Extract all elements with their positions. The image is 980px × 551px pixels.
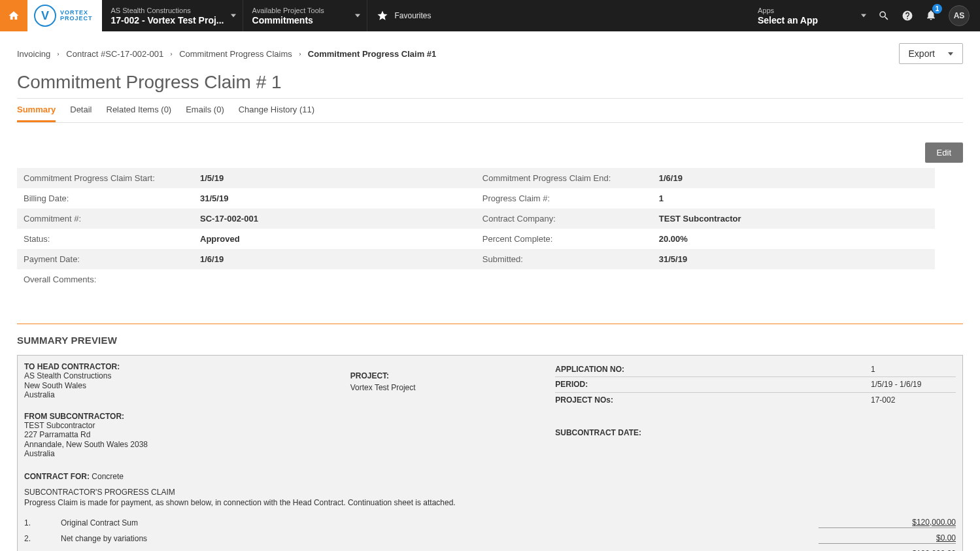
field-value: SC-17-002-001 (200, 214, 258, 224)
field-label: Submitted: (482, 254, 659, 264)
line-amount: $120,000.00 (819, 549, 956, 551)
preview-text: New South Wales (24, 381, 350, 390)
line-item: 1. Original Contract Sum $120,000.00 (24, 515, 956, 531)
export-button[interactable]: Export (899, 43, 963, 64)
preview-label: PROJECT: (350, 371, 556, 380)
home-icon (8, 10, 20, 22)
line-desc: Original Contract Sum (61, 518, 819, 527)
line-amount: $0.00 (819, 533, 956, 544)
preview-text: Annandale, New South Wales 2038 (24, 440, 350, 449)
line-amount: $120,000.00 (819, 518, 956, 528)
breadcrumb-contract[interactable]: Contract #SC-17-002-001 (66, 49, 163, 59)
line-item: 2. Net change by variations $0.00 (24, 531, 956, 546)
notification-badge: 1 (932, 4, 942, 14)
preview-text: AS Stealth Constructions (24, 371, 350, 380)
chevron-right-icon (297, 49, 303, 59)
favourites-label: Favourites (395, 11, 431, 20)
tools-dropdown-label: Available Project Tools (252, 6, 348, 15)
chevron-right-icon (56, 49, 61, 59)
preview-text: Australia (24, 390, 350, 399)
page-title: Commitment Progress Claim # 1 (17, 72, 963, 93)
field-value: 1 (659, 193, 664, 203)
field-label: Percent Complete: (482, 234, 659, 244)
home-button[interactable] (0, 0, 27, 31)
preview-value: 1/5/19 - 1/6/19 (871, 380, 956, 389)
field-label: Contract Company: (482, 214, 659, 224)
field-value: TEST Subcontractor (659, 214, 741, 224)
breadcrumb-claims[interactable]: Commitment Progress Claims (179, 49, 292, 59)
breadcrumb-invoicing[interactable]: Invoicing (17, 49, 50, 59)
breadcrumb: Invoicing Contract #SC-17-002-001 Commit… (17, 49, 436, 59)
tab-change-history[interactable]: Change History (11) (239, 99, 314, 122)
field-value: 1/6/19 (659, 173, 683, 183)
field-label: Payment Date: (24, 254, 200, 264)
breadcrumb-current: Commitment Progress Claim #1 (308, 49, 437, 59)
search-icon[interactable] (878, 10, 890, 22)
field-label: Commitment Progress Claim End: (482, 173, 659, 183)
field-label: Overall Comments: (24, 275, 200, 284)
field-value: 31/5/19 (200, 193, 228, 203)
tab-emails[interactable]: Emails (0) (186, 99, 224, 122)
avatar[interactable]: AS (949, 5, 970, 26)
preview-text: TEST Subcontractor (24, 421, 350, 430)
field-label: Progress Claim #: (482, 193, 659, 203)
preview-label: CONTRACT FOR: (24, 472, 90, 481)
preview-claim-title: SUBCONTRACTOR'S PROGRESS CLAIM (24, 488, 956, 497)
caret-down-icon (355, 14, 360, 18)
line-number: 1. (24, 518, 61, 527)
apps-dropdown-label: Apps (758, 6, 854, 15)
field-label: Commitment Progress Claim Start: (24, 173, 200, 183)
summary-grid: Commitment Progress Claim Start:1/5/19 C… (17, 168, 935, 290)
apps-dropdown[interactable]: Apps Select an App (749, 0, 873, 31)
tab-detail[interactable]: Detail (70, 99, 92, 122)
line-desc: Net change by variations (61, 534, 819, 543)
preview-a-text: Vortex Test Project (350, 383, 556, 392)
project-dropdown-value: 17-002 - Vortex Test Proj... (111, 15, 224, 25)
field-value: 1/6/19 (200, 254, 224, 264)
preview-label: PROJECT NOs: (555, 395, 871, 405)
tools-dropdown[interactable]: Available Project Tools Commitments (243, 0, 367, 31)
tools-dropdown-value: Commitments (252, 15, 348, 25)
preview-label: SUBCONTRACT DATE: (555, 428, 956, 437)
logo-block[interactable]: V VORTEX PROJECT (27, 0, 102, 31)
export-label: Export (909, 48, 935, 59)
caret-down-icon (231, 14, 236, 18)
preview-text: Australia (24, 449, 350, 458)
preview-claim-desc: Progress Claim is made for payment, as s… (24, 498, 956, 507)
project-dropdown-label: AS Stealth Constructions (111, 6, 224, 15)
apps-dropdown-value: Select an App (758, 15, 854, 25)
tab-summary[interactable]: Summary (17, 99, 56, 122)
preview-label: TO HEAD CONTRACTOR: (24, 362, 350, 371)
preview-label: APPLICATION NO: (555, 365, 871, 374)
preview-value: 17-002 (871, 395, 956, 405)
field-label: Status: (24, 234, 200, 244)
edit-button[interactable]: Edit (925, 142, 963, 163)
preview-value: 1 (871, 365, 956, 374)
preview-label: PERIOD: (555, 380, 871, 389)
logo-text: VORTEX PROJECT (60, 10, 93, 22)
divider-accent (17, 324, 963, 324)
chevron-right-icon (169, 49, 174, 59)
preview-value: Concrete (92, 472, 124, 481)
field-label: Billing Date: (24, 193, 200, 203)
caret-down-icon (948, 52, 953, 56)
field-value: 31/5/19 (659, 254, 687, 264)
field-value: 1/5/19 (200, 173, 224, 183)
tab-related-items[interactable]: Related Items (0) (107, 99, 172, 122)
preview-text: 227 Parramatta Rd (24, 430, 350, 439)
project-dropdown[interactable]: AS Stealth Constructions 17-002 - Vortex… (102, 0, 243, 31)
help-icon[interactable] (902, 10, 913, 22)
field-value: 20.00% (659, 234, 688, 244)
line-item: 3. Contract sum to date (line 1 ± 2) $12… (24, 546, 956, 551)
star-icon (377, 10, 388, 22)
favourites-button[interactable]: Favourites (367, 0, 441, 31)
tabs: Summary Detail Related Items (0) Emails … (17, 99, 963, 123)
summary-preview-heading: SUMMARY PREVIEW (17, 335, 963, 346)
logo-icon: V (34, 5, 56, 27)
top-nav: V VORTEX PROJECT AS Stealth Construction… (0, 0, 980, 31)
preview-label: FROM SUBCONTRACTOR: (24, 412, 350, 421)
notifications-button[interactable]: 1 (925, 9, 937, 23)
summary-preview-box: TO HEAD CONTRACTOR: AS Stealth Construct… (17, 355, 963, 551)
field-value: Approved (200, 234, 240, 244)
caret-down-icon (861, 14, 866, 18)
